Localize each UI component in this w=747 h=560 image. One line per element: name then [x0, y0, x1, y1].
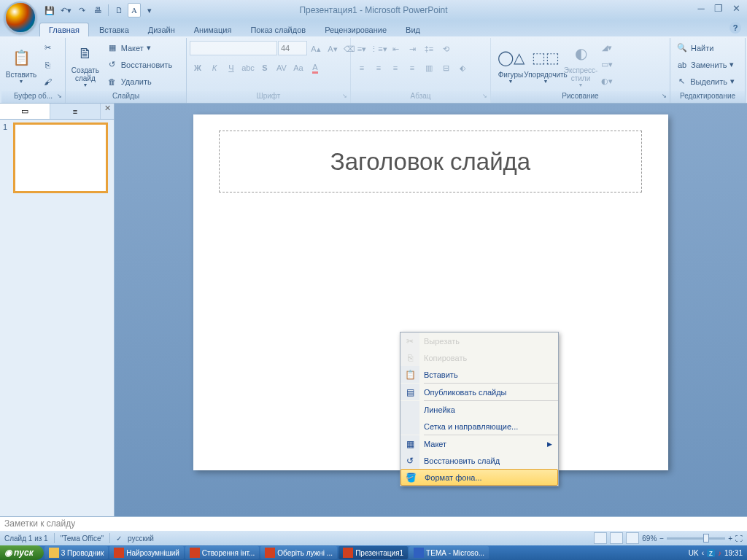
tray-icon[interactable]: ♪: [718, 549, 721, 557]
zoom-in-icon[interactable]: +: [728, 534, 732, 542]
zoom-slider[interactable]: [667, 537, 725, 540]
cut-icon[interactable]: ✂: [39, 40, 55, 56]
close-icon[interactable]: ✕: [729, 3, 743, 13]
dialog-launcher-icon[interactable]: ↘: [340, 93, 349, 101]
shape-outline-icon[interactable]: ▭▾: [599, 57, 615, 73]
bold-icon[interactable]: Ж: [190, 60, 206, 76]
case-icon[interactable]: Aa: [290, 60, 306, 76]
qat-more-icon[interactable]: ▾: [142, 3, 157, 18]
ctx-format-background[interactable]: 🪣Формат фона...: [400, 469, 558, 486]
tab-view[interactable]: Вид: [397, 23, 429, 36]
shape-fill-icon[interactable]: ◢▾: [599, 40, 615, 56]
taskbar-item[interactable]: Оберіть лужні ...: [260, 546, 337, 559]
shape-effects-icon[interactable]: ◐▾: [599, 74, 615, 90]
grow-font-icon[interactable]: A▴: [308, 41, 324, 57]
zoom-level[interactable]: 69%: [642, 534, 657, 542]
ctx-reset[interactable]: ↺Восстановить слайд: [400, 452, 558, 469]
new-icon[interactable]: 🗋: [112, 3, 126, 18]
outline-tab[interactable]: ≡: [50, 104, 101, 119]
save-icon[interactable]: 💾: [42, 3, 57, 18]
thumbnail-item[interactable]: 1: [3, 122, 111, 193]
new-slide-button[interactable]: 🗎 Создать слайд▼: [69, 40, 102, 90]
print-icon[interactable]: 🖶: [90, 3, 105, 18]
taskbar-item[interactable]: ТЕМА - Microso...: [409, 546, 489, 559]
format-painter-icon[interactable]: 🖌: [39, 74, 55, 90]
tray-icon[interactable]: ‹: [702, 549, 704, 557]
font-a-button[interactable]: А: [128, 3, 141, 18]
title-placeholder[interactable]: Заголовок слайда: [219, 131, 642, 192]
ctx-publish[interactable]: ▤Опубликовать слайды: [400, 384, 558, 400]
notes-pane[interactable]: Заметки к слайду: [0, 516, 747, 531]
tray-icon[interactable]: z: [707, 549, 715, 557]
arrange-button[interactable]: ⬚⬚Упорядочить▼: [529, 40, 562, 90]
minimize-icon[interactable]: ─: [694, 3, 708, 13]
font-color-icon[interactable]: A: [307, 60, 323, 76]
status-language[interactable]: русский: [128, 534, 154, 542]
paste-button[interactable]: 📋 Вставить▼: [4, 40, 38, 90]
thumbnail[interactable]: [13, 122, 108, 193]
layout-button[interactable]: ▦Макет ▾: [104, 40, 183, 56]
start-button[interactable]: ◉ пуск: [0, 545, 44, 560]
dialog-launcher-icon[interactable]: ↘: [659, 93, 668, 101]
normal-view-icon[interactable]: [594, 532, 607, 544]
taskbar-item[interactable]: Створення інт...: [185, 546, 259, 559]
ctx-layout[interactable]: ▦Макет▶: [400, 435, 558, 452]
align-center-icon[interactable]: ≡: [371, 60, 387, 76]
dialog-launcher-icon[interactable]: ↘: [55, 93, 63, 101]
spacing-icon[interactable]: AV: [274, 60, 290, 76]
strike-icon[interactable]: abc: [240, 60, 256, 76]
quick-styles-button[interactable]: ◐Экспресс-стили▼: [564, 40, 597, 90]
pane-close-icon[interactable]: ✕: [101, 104, 114, 119]
delete-button[interactable]: 🗑Удалить: [104, 74, 183, 90]
ctx-ruler[interactable]: Линейка: [400, 401, 558, 418]
justify-icon[interactable]: ≡: [404, 60, 420, 76]
slides-tab[interactable]: ▭: [0, 104, 50, 119]
align-text-icon[interactable]: ⊟: [438, 60, 454, 76]
help-icon[interactable]: ?: [729, 22, 741, 34]
select-button[interactable]: ↖Выделить ▾: [673, 74, 738, 90]
maximize-icon[interactable]: ❐: [712, 3, 725, 13]
clock[interactable]: 19:31: [724, 549, 743, 557]
undo-icon[interactable]: ↶▾: [58, 3, 73, 18]
font-size-combo[interactable]: 44: [278, 41, 307, 55]
align-right-icon[interactable]: ≡: [387, 60, 403, 76]
indent-inc-icon[interactable]: ⇥: [404, 41, 420, 57]
sorter-view-icon[interactable]: [610, 532, 623, 544]
tab-animation[interactable]: Анимация: [185, 23, 241, 36]
office-button[interactable]: [4, 1, 36, 34]
line-spacing-icon[interactable]: ‡≡: [421, 41, 437, 57]
ctx-paste[interactable]: 📋Вставить: [400, 366, 558, 383]
align-left-icon[interactable]: ≡: [354, 60, 370, 76]
taskbar-item[interactable]: Найрозумніший: [109, 546, 184, 559]
zoom-out-icon[interactable]: −: [659, 534, 664, 542]
taskbar-item[interactable]: Презентация1: [338, 546, 408, 559]
numbering-icon[interactable]: ⋮≡▾: [371, 41, 387, 57]
tab-slideshow[interactable]: Показ слайдов: [241, 23, 314, 36]
slideshow-view-icon[interactable]: [626, 532, 639, 544]
shadow-icon[interactable]: S: [257, 60, 273, 76]
tab-design[interactable]: Дизайн: [139, 23, 184, 36]
indent-dec-icon[interactable]: ⇤: [387, 41, 403, 57]
bullets-icon[interactable]: ≡▾: [354, 41, 370, 57]
underline-icon[interactable]: Ч: [223, 60, 239, 76]
dialog-launcher-icon[interactable]: ↘: [480, 93, 489, 101]
tab-insert[interactable]: Вставка: [90, 23, 138, 36]
text-direction-icon[interactable]: ⟲: [438, 41, 454, 57]
tab-home[interactable]: Главная: [39, 23, 89, 36]
tab-review[interactable]: Рецензирование: [316, 23, 395, 36]
shapes-button[interactable]: ◯△Фигуры▼: [494, 40, 527, 90]
ctx-cut[interactable]: ✂Вырезать: [400, 332, 558, 349]
fit-view-icon[interactable]: ⛶: [735, 534, 743, 542]
ctx-grid[interactable]: Сетка и направляющие...: [400, 418, 558, 435]
find-button[interactable]: 🔍Найти: [673, 40, 738, 56]
language-indicator[interactable]: UK: [689, 549, 699, 557]
smartart-icon[interactable]: ⬖: [454, 60, 471, 76]
zoom-thumb[interactable]: [703, 534, 709, 542]
replace-button[interactable]: abЗаменить ▾: [673, 57, 738, 73]
italic-icon[interactable]: К: [206, 60, 222, 76]
reset-button[interactable]: ↺Восстановить: [104, 57, 183, 73]
redo-icon[interactable]: ↷: [74, 3, 89, 18]
copy-icon[interactable]: ⎘: [39, 57, 55, 73]
taskbar-item[interactable]: 3 Проводник: [44, 546, 109, 559]
ctx-copy[interactable]: ⎘Копировать: [400, 349, 558, 366]
